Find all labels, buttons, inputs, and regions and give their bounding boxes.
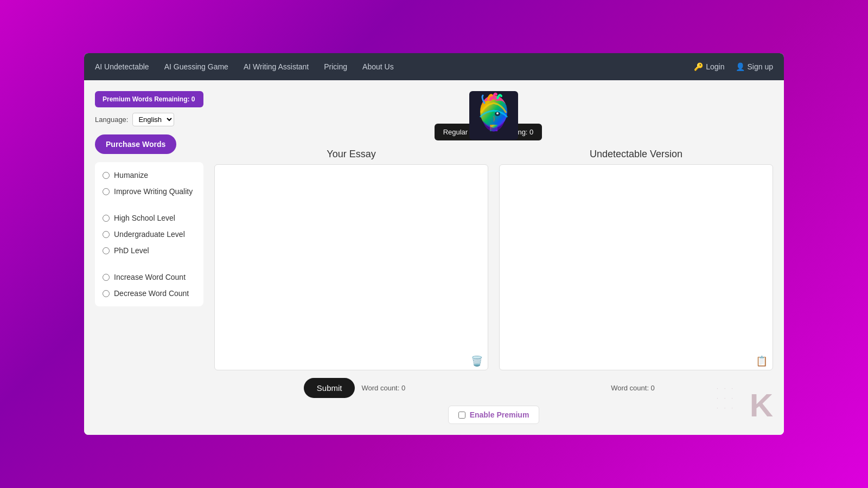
nav-ai-guessing-game[interactable]: AI Guessing Game [164, 62, 228, 71]
content: Premium Words Remaining: 0 Language: Eng… [84, 80, 784, 435]
delete-icon[interactable]: 🗑️ [471, 355, 483, 367]
navbar: AI Undetectable AI Guessing Game AI Writ… [84, 53, 784, 80]
top-section: Regular Words Remaining: 0 [214, 91, 773, 140]
undetectable-word-count: Word count: 0 [611, 384, 655, 392]
option-undergraduate[interactable]: Undergraduate Level [103, 230, 196, 239]
main-container: AI Undetectable AI Guessing Game AI Writ… [84, 53, 784, 435]
nav-ai-undetectable[interactable]: AI Undetectable [95, 62, 149, 71]
undetectable-title: Undetectable Version [499, 149, 773, 160]
option-increase-word[interactable]: Increase Word Count [103, 273, 196, 281]
options-box: Humanize Improve Writing Quality High Sc… [95, 162, 203, 306]
nav-signup[interactable]: 👤 Sign up [736, 62, 773, 71]
radio-improve-writing[interactable] [103, 188, 110, 195]
signup-icon: 👤 [736, 62, 745, 71]
radio-high-school[interactable] [103, 215, 110, 222]
option-improve-writing-label: Improve Writing Quality [114, 187, 193, 196]
radio-decrease-word[interactable] [103, 290, 110, 297]
option-decrease-word[interactable]: Decrease Word Count [103, 289, 196, 298]
option-high-school[interactable]: High School Level [103, 214, 196, 222]
nav-about-us[interactable]: About Us [362, 62, 394, 71]
enable-premium-row: Enable Premium [448, 406, 540, 424]
essay-bottom: Submit Word count: 0 [215, 378, 494, 398]
login-icon: 🔑 [694, 62, 703, 71]
radio-humanize[interactable] [103, 172, 110, 179]
essay-panels: Your Essay 🗑️ Undetectable Version 📋 [214, 149, 773, 373]
nav-pricing[interactable]: Pricing [324, 62, 347, 71]
logo-svg [469, 91, 518, 140]
language-label: Language: [95, 115, 128, 124]
nav-ai-writing-assistant[interactable]: AI Writing Assistant [244, 62, 309, 71]
divider-2 [103, 264, 196, 264]
essay-word-count: Word count: 0 [361, 384, 405, 392]
nav-right: 🔑 Login 👤 Sign up [694, 62, 773, 71]
svg-point-4 [496, 112, 499, 114]
enable-premium-checkbox[interactable] [458, 412, 465, 419]
option-decrease-word-label: Decrease Word Count [114, 289, 189, 298]
purchase-words-button[interactable]: Purchase Words [95, 134, 176, 154]
premium-words-badge: Premium Words Remaining: 0 [95, 91, 203, 107]
option-phd-label: PhD Level [114, 246, 149, 255]
radio-undergraduate[interactable] [103, 231, 110, 238]
option-high-school-label: High School Level [114, 214, 175, 222]
essay-panel: Your Essay 🗑️ [214, 149, 488, 373]
option-improve-writing[interactable]: Improve Writing Quality [103, 187, 196, 196]
option-humanize[interactable]: Humanize [103, 171, 196, 179]
undetectable-textarea-wrapper: 📋 [499, 164, 773, 373]
nav-left: AI Undetectable AI Guessing Game AI Writ… [95, 62, 394, 71]
option-phd[interactable]: PhD Level [103, 246, 196, 255]
radio-increase-word[interactable] [103, 274, 110, 281]
option-humanize-label: Humanize [114, 171, 148, 179]
copy-icon[interactable]: 📋 [756, 355, 768, 367]
main-area: Regular Words Remaining: 0 [214, 91, 773, 424]
divider-1 [103, 204, 196, 205]
essay-textarea-wrapper: 🗑️ [214, 164, 488, 373]
radio-phd[interactable] [103, 247, 110, 254]
enable-premium-label[interactable]: Enable Premium [470, 410, 529, 419]
option-increase-word-label: Increase Word Count [114, 273, 186, 281]
essay-title: Your Essay [214, 149, 488, 160]
language-row: Language: English [95, 113, 203, 126]
nav-login[interactable]: 🔑 Login [694, 62, 724, 71]
undetectable-bottom: Word count: 0 [494, 384, 772, 392]
undetectable-textarea[interactable] [499, 164, 773, 370]
option-undergraduate-label: Undergraduate Level [114, 230, 185, 239]
language-select[interactable]: English [132, 113, 174, 126]
undetectable-panel: Undetectable Version 📋 [499, 149, 773, 373]
submit-button[interactable]: Submit [304, 378, 355, 398]
sidebar: Premium Words Remaining: 0 Language: Eng… [95, 91, 203, 424]
essay-textarea[interactable] [214, 164, 488, 370]
logo-image [469, 91, 518, 140]
